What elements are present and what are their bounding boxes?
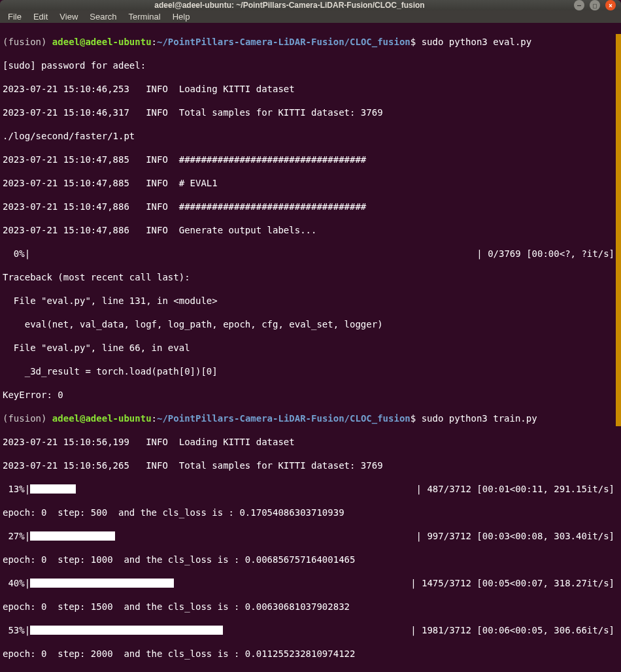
menu-help[interactable]: Help bbox=[167, 10, 195, 23]
epoch-line: epoch: 0 step: 500 and the cls_loss is :… bbox=[3, 507, 618, 518]
menu-terminal[interactable]: Terminal bbox=[124, 10, 166, 23]
progress-bar: 27%|| 997/3712 [00:03<00:08, 303.40it/s] bbox=[3, 530, 618, 542]
traceback-line: File "eval.py", line 131, in <module> bbox=[3, 295, 618, 307]
bar-fill bbox=[30, 484, 76, 494]
user-host: adeel@adeel-ubuntu bbox=[52, 413, 152, 424]
command: sudo python3 train.py bbox=[422, 413, 537, 424]
log-line: 2023-07-21 15:10:47,886 INFO Generate ou… bbox=[3, 224, 618, 236]
log-line: 2023-07-21 15:10:56,199 INFO Loading KIT… bbox=[3, 436, 618, 448]
epoch-line: epoch: 0 step: 1500 and the cls_loss is … bbox=[3, 601, 618, 613]
progress-bar: 13%|| 487/3712 [00:01<00:11, 291.15it/s] bbox=[3, 483, 618, 495]
traceback-line: eval(net, val_data, logf, log_path, epoc… bbox=[3, 318, 618, 330]
progress-bar: 40%|| 1475/3712 [00:05<00:07, 318.27it/s… bbox=[3, 577, 618, 589]
epoch-line: epoch: 0 step: 1000 and the cls_loss is … bbox=[3, 554, 618, 565]
window-title: adeel@adeel-ubuntu: ~/PointPillars-Camer… bbox=[5, 1, 574, 10]
traceback-line: KeyError: 0 bbox=[3, 389, 618, 401]
prompt-line: (fusion) adeel@adeel-ubuntu:~/PointPilla… bbox=[3, 36, 618, 48]
scrollbar[interactable] bbox=[616, 34, 621, 426]
venv: (fusion) bbox=[3, 413, 52, 424]
close-button[interactable]: × bbox=[605, 0, 616, 10]
minimize-button[interactable]: – bbox=[574, 0, 584, 10]
venv: (fusion) bbox=[3, 37, 52, 47]
log-line: 2023-07-21 15:10:46,253 INFO Loading KIT… bbox=[3, 83, 618, 95]
sudo-prompt: [sudo] password for adeel: bbox=[3, 59, 618, 71]
log-line: 2023-07-21 15:10:56,265 INFO Total sampl… bbox=[3, 460, 618, 471]
menu-search[interactable]: Search bbox=[84, 10, 122, 23]
progress-bar: 0%|| 0/3769 [00:00<?, ?it/s] bbox=[3, 248, 618, 260]
terminal-window: adeel@adeel-ubuntu: ~/PointPillars-Camer… bbox=[0, 0, 621, 672]
bar-fill bbox=[30, 579, 174, 588]
log-line: 2023-07-21 15:10:47,885 INFO # EVAL1 bbox=[3, 177, 618, 189]
menu-view[interactable]: View bbox=[54, 10, 83, 23]
menu-edit[interactable]: Edit bbox=[28, 10, 53, 23]
titlebar[interactable]: adeel@adeel-ubuntu: ~/PointPillars-Camer… bbox=[0, 0, 621, 10]
cwd: ~/PointPillars-Camera-LiDAR-Fusion/CLOC_… bbox=[157, 37, 411, 47]
bar-fill bbox=[30, 626, 223, 635]
log-line: 2023-07-21 15:10:46,317 INFO Total sampl… bbox=[3, 107, 618, 118]
command: sudo python3 eval.py bbox=[422, 37, 532, 47]
menubar: File Edit View Search Terminal Help bbox=[0, 10, 621, 23]
terminal-body[interactable]: (fusion) adeel@adeel-ubuntu:~/PointPilla… bbox=[0, 23, 621, 672]
log-line: 2023-07-21 15:10:47,885 INFO ###########… bbox=[3, 154, 618, 165]
progress-bar: 53%|| 1981/3712 [00:06<00:05, 306.66it/s… bbox=[3, 624, 618, 636]
traceback-line: File "eval.py", line 66, in eval bbox=[3, 342, 618, 354]
maximize-button[interactable]: □ bbox=[590, 0, 600, 10]
log-line: 2023-07-21 15:10:47,886 INFO ###########… bbox=[3, 201, 618, 212]
prompt-line: (fusion) adeel@adeel-ubuntu:~/PointPilla… bbox=[3, 412, 618, 424]
traceback-line: Traceback (most recent call last): bbox=[3, 271, 618, 283]
menu-file[interactable]: File bbox=[3, 10, 27, 23]
traceback-line: _3d_result = torch.load(path[0])[0] bbox=[3, 365, 618, 377]
log-line: ./log/second/faster/1.pt bbox=[3, 130, 618, 142]
cwd: ~/PointPillars-Camera-LiDAR-Fusion/CLOC_… bbox=[157, 413, 411, 424]
window-controls: – □ × bbox=[574, 0, 616, 10]
bar-fill bbox=[30, 531, 115, 541]
user-host: adeel@adeel-ubuntu bbox=[52, 37, 152, 47]
epoch-line: epoch: 0 step: 2000 and the cls_loss is … bbox=[3, 648, 618, 660]
